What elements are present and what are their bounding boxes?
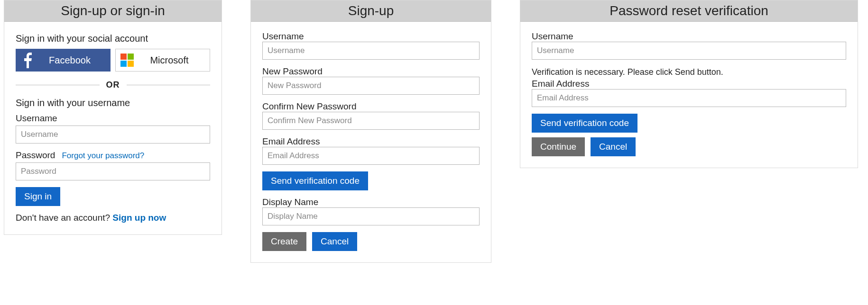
facebook-icon [16, 49, 39, 71]
signup-confirmpw-input[interactable] [262, 112, 480, 130]
signup-username-input[interactable] [262, 42, 480, 60]
signup-now-link[interactable]: Sign up now [112, 213, 166, 223]
signup-newpw-input[interactable] [262, 77, 480, 95]
signup-display-label: Display Name [262, 197, 480, 207]
reset-email-label: Email Address [532, 79, 846, 89]
svg-rect-2 [120, 61, 127, 67]
social-signin-heading: Sign in with your social account [16, 33, 210, 44]
reset-panel: Password reset verification Username Ver… [520, 0, 858, 168]
or-divider: OR [16, 80, 210, 90]
reset-cancel-button[interactable]: Cancel [591, 137, 636, 156]
create-button[interactable]: Create [262, 232, 306, 251]
signin-button[interactable]: Sign in [16, 187, 60, 206]
signin-username-input[interactable] [16, 126, 210, 144]
reset-info-text: Verification is necessary. Please click … [532, 66, 846, 78]
signup-email-input[interactable] [262, 147, 480, 165]
signup-cancel-button[interactable]: Cancel [312, 232, 357, 251]
signup-username-label: Username [262, 31, 480, 42]
signup-email-label: Email Address [262, 136, 480, 147]
microsoft-label: Microsoft [139, 55, 210, 66]
reset-panel-title: Password reset verification [520, 0, 858, 22]
signup-confirmpw-label: Confirm New Password [262, 101, 480, 112]
signin-panel-title: Sign-up or sign-in [4, 0, 222, 22]
signin-panel: Sign-up or sign-in Sign in with your soc… [4, 0, 222, 235]
or-text: OR [100, 80, 127, 90]
signup-panel: Sign-up Username New Password Confirm Ne… [250, 0, 491, 263]
signup-newpw-label: New Password [262, 66, 480, 77]
reset-username-label: Username [532, 31, 846, 42]
no-account-text: Don't have an account? [16, 213, 112, 223]
facebook-label: Facebook [39, 55, 110, 66]
signup-display-input[interactable] [262, 207, 480, 225]
forgot-password-link[interactable]: Forgot your password? [62, 151, 144, 161]
signin-password-label: Password [16, 150, 55, 161]
reset-send-code-button[interactable]: Send verification code [532, 114, 637, 133]
continue-button[interactable]: Continue [532, 137, 585, 156]
reset-username-input[interactable] [532, 42, 846, 60]
microsoft-icon [116, 49, 139, 71]
local-signin-heading: Sign in with your username [16, 98, 210, 108]
svg-rect-0 [120, 54, 127, 60]
reset-email-input[interactable] [532, 89, 846, 107]
microsoft-button[interactable]: Microsoft [115, 49, 210, 72]
signup-panel-title: Sign-up [251, 0, 491, 22]
signin-password-input[interactable] [16, 162, 210, 180]
svg-rect-1 [128, 54, 134, 60]
svg-rect-3 [128, 61, 134, 67]
facebook-button[interactable]: Facebook [16, 49, 111, 72]
signin-username-label: Username [16, 113, 57, 124]
signup-send-code-button[interactable]: Send verification code [262, 171, 368, 190]
